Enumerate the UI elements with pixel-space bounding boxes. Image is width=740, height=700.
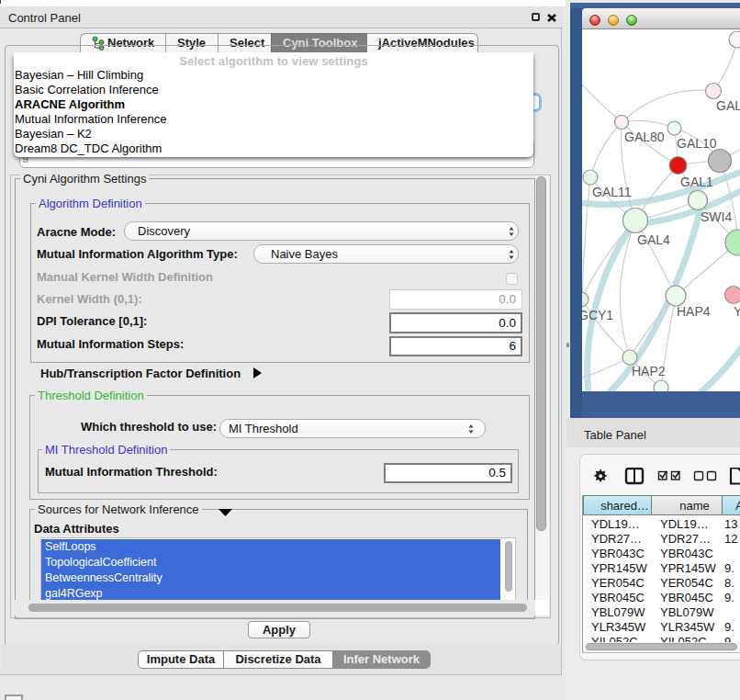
svg-text:HAP4: HAP4 bbox=[677, 304, 711, 319]
svg-text:GAL1: GAL1 bbox=[680, 175, 713, 189]
svg-text:GCY1: GCY1 bbox=[582, 308, 613, 322]
svg-text:GAL11: GAL11 bbox=[592, 185, 632, 199]
svg-text:SWI4: SWI4 bbox=[701, 209, 732, 224]
svg-text:Y: Y bbox=[734, 304, 740, 319]
svg-text:GAL10: GAL10 bbox=[677, 136, 717, 151]
svg-text:GAL7: GAL7 bbox=[716, 98, 740, 113]
svg-text:GAL4: GAL4 bbox=[637, 232, 670, 247]
svg-text:GAL80: GAL80 bbox=[624, 130, 665, 144]
svg-text:HAP2: HAP2 bbox=[632, 364, 666, 378]
